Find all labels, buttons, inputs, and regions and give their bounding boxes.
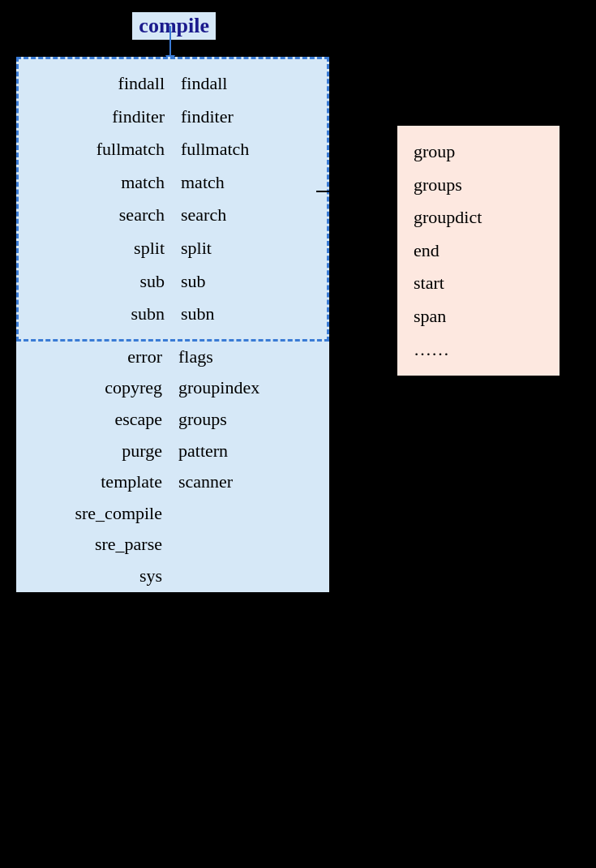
list-item: span [414,300,543,333]
list-item: fullmatch [19,133,165,166]
list-item: sre_parse [16,529,162,561]
list-item: groups [178,404,324,436]
list-item: sub [181,265,327,299]
outside-items: error copyreg escape purge template sre_… [16,342,329,592]
compile-methods: findall finditer fullmatch match search … [19,67,327,331]
compile-label: compile [132,12,216,40]
list-item: findall [19,67,165,101]
list-item: scanner [178,466,324,498]
list-item: sub [19,265,165,299]
list-item: finditer [181,101,327,134]
connector-line [316,191,397,192]
list-item: findall [181,67,327,101]
list-item: escape [16,404,162,436]
outside-left-col: error copyreg escape purge template sre_… [16,342,170,592]
list-item: subn [19,298,165,331]
list-item: split [181,232,327,265]
compile-arrow [169,26,171,57]
list-item: end [414,234,543,268]
list-item: flags [178,342,324,373]
list-item: split [19,232,165,265]
list-item: fullmatch [181,133,327,166]
list-item: pattern [178,436,324,467]
compile-left-col: findall finditer fullmatch match search … [19,67,173,331]
list-item: group [414,135,543,169]
outside-right-col: flags groupindex groups pattern scanner [170,342,324,592]
match-object-box: group groups groupdict end start span …… [397,126,560,376]
list-item: finditer [19,101,165,134]
list-item: start [414,267,543,300]
compile-right-col: findall finditer fullmatch match search … [173,67,327,331]
list-item: template [16,466,162,498]
list-item: match [181,166,327,200]
compile-box: findall finditer fullmatch match search … [16,57,329,342]
list-item: purge [16,436,162,467]
list-item: subn [181,298,327,331]
list-item: match [19,166,165,200]
list-item: …… [414,333,543,367]
list-item: search [19,199,165,232]
list-item: sre_compile [16,498,162,530]
list-item: groupindex [178,372,324,404]
list-item: copyreg [16,372,162,404]
list-item: error [16,342,162,373]
list-item: groups [414,169,543,202]
list-item: groupdict [414,201,543,234]
list-item: search [181,199,327,232]
list-item: sys [16,561,162,592]
